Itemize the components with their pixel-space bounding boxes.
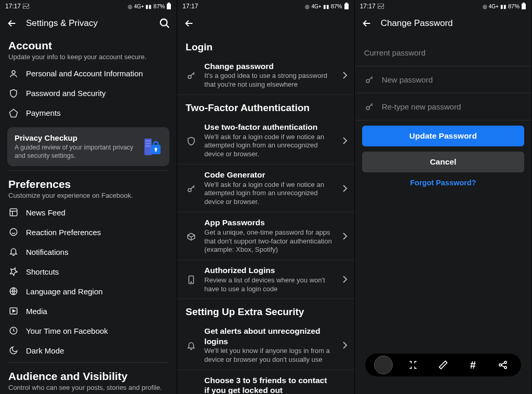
card-title: Privacy Checkup [15,133,137,142]
row-app-passwords[interactable]: App Passwords Get a unique, one-time pas… [177,212,354,260]
status-time: 17:17 [5,3,21,10]
edit-icon[interactable] [434,360,453,370]
key-icon [185,183,197,194]
item-notifications[interactable]: Notifications [0,242,177,262]
share-icon[interactable] [494,360,512,370]
current-password-input[interactable] [364,48,522,57]
net-label: 4G+ [489,4,499,9]
device-icon [185,274,197,284]
crop-icon[interactable] [404,360,422,370]
status-time: 17:17 [182,3,198,10]
item-language[interactable]: Language and Region [0,281,177,301]
item-label: Your Time on Facebook [26,327,108,335]
shield-icon [185,135,197,146]
key-icon [364,102,375,112]
item-payments[interactable]: Payments [0,103,177,123]
user-icon [8,69,19,78]
battery-icon [521,3,526,10]
globe-icon [8,287,19,296]
row-change-password[interactable]: Change password It's a good idea to use … [177,56,354,95]
update-button[interactable]: Update Password [362,126,524,146]
picture-icon [378,4,384,9]
back-icon[interactable] [6,18,18,29]
row-trusted-contacts[interactable]: Choose 3 to 5 friends to contact if you … [177,370,354,394]
item-news-feed[interactable]: News Feed [0,202,177,222]
row-sub: We'll ask for a login code if we notice … [204,181,332,207]
svg-rect-6 [145,140,151,142]
signal-icon: ▮▮ [145,4,152,9]
row-sub: Get a unique, one-time password for apps… [204,228,332,255]
signal-icon: ▮▮ [500,4,507,9]
screenshot-thumb[interactable] [374,356,393,374]
section-sub-audience: Control who can see your posts, stories … [8,384,168,392]
clock-icon [8,326,19,335]
retype-password-input[interactable] [382,102,522,111]
privacy-checkup-card[interactable]: Privacy Checkup A guided review of your … [7,127,169,167]
hotspot-icon: ◎ [483,4,487,9]
section-title-account: Account [8,39,168,52]
row-title: Authorized Logins [204,265,332,275]
bell-icon [8,247,19,256]
svg-rect-12 [155,149,157,152]
new-password-row[interactable] [355,66,531,93]
forgot-password-link[interactable]: Forgot Password? [355,179,531,187]
header: Change Password [355,12,531,34]
battery-label: 87% [508,3,520,9]
row-get-alerts[interactable]: Get alerts about unrecognized logins We'… [177,321,354,370]
retype-password-row[interactable] [355,93,531,120]
row-use-2fa[interactable]: Use two-factor authentication We'll ask … [177,117,354,165]
back-icon[interactable] [183,18,195,29]
chevron-right-icon [340,232,350,240]
battery-label: 87% [331,3,342,9]
svg-point-20 [188,75,191,78]
change-password-panel: 17:17 ◎ 4G+ ▮▮ 87% Change Password Updat… [355,0,532,394]
chevron-right-icon [340,137,350,145]
item-reactions[interactable]: Reaction Preferences [0,222,177,242]
chevron-right-icon [340,184,350,193]
item-media[interactable]: Media [0,301,177,321]
svg-point-21 [188,188,191,192]
signal-icon: ▮▮ [323,4,329,9]
item-dark-mode[interactable]: Dark Mode [0,341,177,360]
screenshot-toolbar[interactable]: # [365,354,521,376]
new-password-input[interactable] [382,75,522,84]
status-time: 17:17 [360,3,376,10]
group-extra-security: Setting Up Extra Security [177,299,354,321]
group-login: Login [177,34,354,56]
cancel-button[interactable]: Cancel [362,152,524,172]
row-sub: We'll ask for a login code if we notice … [204,133,332,159]
svg-rect-18 [344,4,349,9]
row-title: App Passwords [204,218,332,227]
svg-rect-26 [378,4,384,9]
hotspot-icon: ◎ [128,4,132,9]
svg-rect-1 [167,4,171,9]
row-authorized-logins[interactable]: Authorized Logins Review a list of devic… [177,260,354,299]
net-label: 4G+ [134,4,144,9]
item-shortcuts[interactable]: Shortcuts [0,262,177,281]
divider [8,170,168,171]
current-password-row[interactable] [355,39,531,66]
row-code-generator[interactable]: Code Generator We'll ask for a login cod… [177,165,354,212]
svg-rect-10 [154,142,158,147]
svg-rect-19 [345,3,348,4]
item-your-time[interactable]: Your Time on Facebook [0,321,177,341]
svg-rect-13 [10,209,17,216]
row-sub: We'll let you know if anyone logs in fro… [204,347,332,364]
item-label: Password and Security [26,89,105,98]
item-password-security[interactable]: Password and Security [0,84,177,103]
hashtag-icon[interactable]: # [463,359,482,371]
search-icon[interactable] [159,18,170,29]
svg-rect-7 [145,143,151,144]
item-label: Reaction Preferences [26,228,101,237]
item-personal-info[interactable]: Personal and Account Information [0,64,177,84]
card-sub: A guided review of your important privac… [15,143,137,160]
item-label: News Feed [26,208,65,217]
item-label: Media [26,307,47,316]
chevron-right-icon [340,341,350,349]
key-icon [364,75,375,85]
svg-point-29 [366,79,369,83]
picture-icon [23,4,29,9]
page-title: Change Password [381,18,525,29]
back-icon[interactable] [361,18,373,29]
svg-point-23 [191,282,192,283]
